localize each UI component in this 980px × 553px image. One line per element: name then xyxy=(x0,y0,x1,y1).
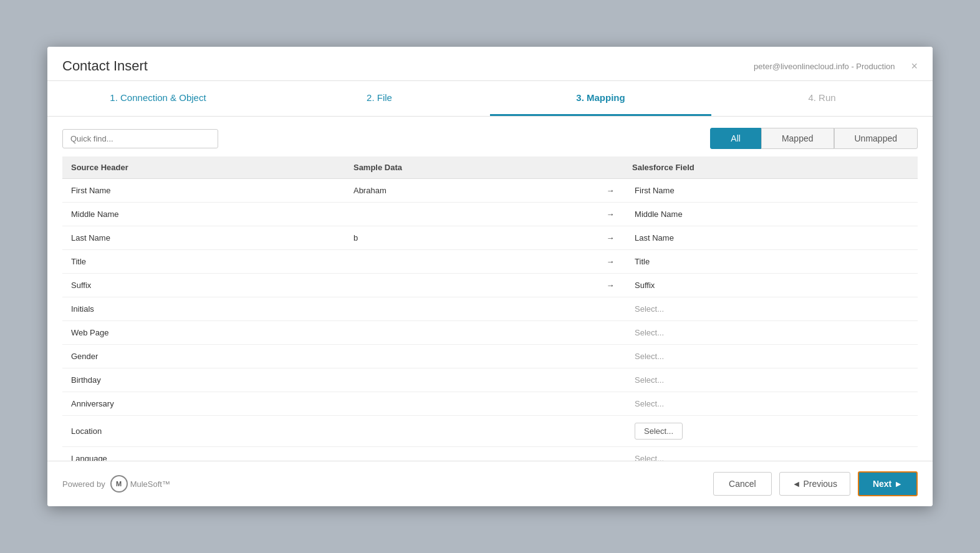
salesforce-field[interactable]: Select... xyxy=(626,368,918,392)
salesforce-field: Last Name xyxy=(626,226,918,250)
cancel-button[interactable]: Cancel xyxy=(713,472,772,496)
sample-data xyxy=(345,392,595,416)
select-field-button[interactable]: Select... xyxy=(635,423,683,440)
source-field: Middle Name xyxy=(62,203,345,226)
sample-data xyxy=(345,297,595,321)
mulesoft-logo: M MuleSoft™ xyxy=(110,475,170,493)
table-row: First NameAbraham→First Name xyxy=(62,179,918,203)
table-header-row: Source Header Sample Data Salesforce Fie… xyxy=(62,156,918,179)
step-2[interactable]: 2. File xyxy=(269,81,490,116)
sample-data xyxy=(345,250,595,274)
select-field-text: Select... xyxy=(635,399,664,408)
salesforce-field[interactable]: Select... xyxy=(626,416,918,447)
salesforce-field[interactable]: Select... xyxy=(626,297,918,321)
table-row: AnniversarySelect... xyxy=(62,392,918,416)
sample-data xyxy=(345,321,595,345)
mapping-arrow: → xyxy=(595,226,626,250)
modal-header: Contact Insert peter@liveonlinecloud.inf… xyxy=(47,47,933,81)
step-3[interactable]: 3. Mapping xyxy=(490,81,711,116)
source-header: Source Header xyxy=(62,156,345,179)
sample-data xyxy=(345,416,595,447)
mulesoft-brand: MuleSoft™ xyxy=(130,479,170,489)
select-field-text: Select... xyxy=(635,454,664,461)
modal-body: All Mapped Unmapped Source Header Sample… xyxy=(47,117,933,461)
modal-header-right: peter@liveonlinecloud.info - Production … xyxy=(754,60,918,72)
salesforce-field[interactable]: Select... xyxy=(626,392,918,416)
salesforce-field: Middle Name xyxy=(626,203,918,226)
modal-dialog: Contact Insert peter@liveonlinecloud.inf… xyxy=(47,47,933,506)
filter-all-button[interactable]: All xyxy=(710,128,761,149)
step-1[interactable]: 1. Connection & Object xyxy=(47,81,269,116)
step-3-label: 3. Mapping xyxy=(576,92,625,103)
source-field: Title xyxy=(62,250,345,274)
source-field: First Name xyxy=(62,179,345,203)
table-row: LocationSelect... xyxy=(62,416,918,447)
modal-user: peter@liveonlinecloud.info - Production xyxy=(754,62,895,71)
source-field: Language xyxy=(62,447,345,461)
source-field: Birthday xyxy=(62,368,345,392)
sample-data xyxy=(345,345,595,368)
step-4-label: 4. Run xyxy=(808,92,835,103)
mapping-table: Source Header Sample Data Salesforce Fie… xyxy=(62,156,918,461)
source-field: Suffix xyxy=(62,274,345,297)
quick-find-input[interactable] xyxy=(62,129,218,148)
mapping-arrow xyxy=(595,447,626,461)
select-field-text: Select... xyxy=(635,352,664,361)
salesforce-field: Suffix xyxy=(626,274,918,297)
mapping-arrow xyxy=(595,368,626,392)
table-row: Web PageSelect... xyxy=(62,321,918,345)
salesforce-header: Salesforce Field xyxy=(595,156,918,179)
mapping-arrow: → xyxy=(595,203,626,226)
mapping-arrow xyxy=(595,416,626,447)
mapping-table-container: Source Header Sample Data Salesforce Fie… xyxy=(62,149,918,461)
source-field: Web Page xyxy=(62,321,345,345)
close-button[interactable]: × xyxy=(911,60,918,72)
step-1-label: 1. Connection & Object xyxy=(110,92,206,103)
sample-header: Sample Data xyxy=(345,156,595,179)
mapping-arrow: → xyxy=(595,250,626,274)
table-row: Middle Name→Middle Name xyxy=(62,203,918,226)
step-2-label: 2. File xyxy=(367,92,392,103)
previous-button[interactable]: ◄ Previous xyxy=(779,472,850,496)
modal-title: Contact Insert xyxy=(62,58,148,74)
sample-data: Abraham xyxy=(345,179,595,203)
footer-right: Cancel ◄ Previous Next ► xyxy=(713,471,918,496)
table-row: BirthdaySelect... xyxy=(62,368,918,392)
salesforce-field[interactable]: Select... xyxy=(626,321,918,345)
filter-buttons: All Mapped Unmapped xyxy=(710,128,918,149)
salesforce-field[interactable]: Select... xyxy=(626,345,918,368)
source-field: Anniversary xyxy=(62,392,345,416)
steps-bar: 1. Connection & Object 2. File 3. Mappin… xyxy=(47,81,933,117)
step-4[interactable]: 4. Run xyxy=(711,81,933,116)
powered-by-text: Powered by xyxy=(62,479,105,489)
mapping-arrow xyxy=(595,321,626,345)
select-field-text: Select... xyxy=(635,375,664,385)
source-field: Last Name xyxy=(62,226,345,250)
modal-footer: Powered by M MuleSoft™ Cancel ◄ Previous… xyxy=(47,461,933,506)
source-field: Location xyxy=(62,416,345,447)
mapping-arrow: → xyxy=(595,179,626,203)
filter-row: All Mapped Unmapped xyxy=(62,128,918,149)
table-row: Last Nameb→Last Name xyxy=(62,226,918,250)
sample-data xyxy=(345,447,595,461)
salesforce-field[interactable]: Select... xyxy=(626,447,918,461)
mapping-arrow xyxy=(595,297,626,321)
sample-data: b xyxy=(345,226,595,250)
filter-mapped-button[interactable]: Mapped xyxy=(761,128,834,149)
sample-data xyxy=(345,203,595,226)
table-row: InitialsSelect... xyxy=(62,297,918,321)
mapping-arrow xyxy=(595,392,626,416)
table-row: LanguageSelect... xyxy=(62,447,918,461)
next-button[interactable]: Next ► xyxy=(858,471,918,496)
sample-data xyxy=(345,274,595,297)
salesforce-field: First Name xyxy=(626,179,918,203)
select-field-text: Select... xyxy=(635,328,664,337)
source-field: Initials xyxy=(62,297,345,321)
source-field: Gender xyxy=(62,345,345,368)
table-row: Title→Title xyxy=(62,250,918,274)
filter-unmapped-button[interactable]: Unmapped xyxy=(834,128,918,149)
mapping-arrow xyxy=(595,345,626,368)
table-row: Suffix→Suffix xyxy=(62,274,918,297)
mulesoft-circle-icon: M xyxy=(110,475,128,493)
salesforce-field: Title xyxy=(626,250,918,274)
